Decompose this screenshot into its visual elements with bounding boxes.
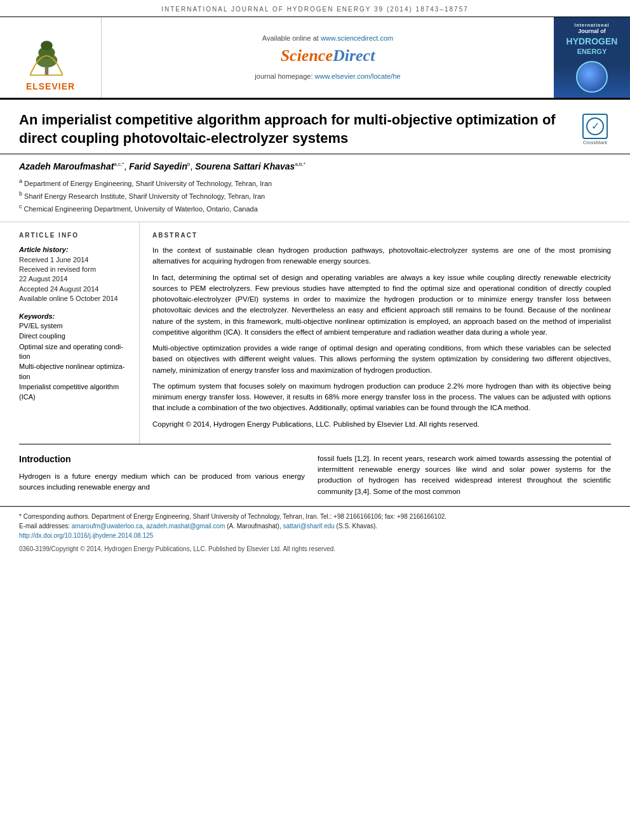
journal-header: INTERNATIONAL JOURNAL OF HYDROGEN ENERGY… [0,0,630,17]
email2-link[interactable]: azadeh.mashat@gmail.com [146,523,225,530]
author3-sup: a,b,* [295,162,305,168]
available-text: Available online 5 October 2014 [19,294,130,303]
author2-name: Farid Sayedin [129,161,187,171]
intro-right-col: fossil fuels [1,2]. In recent years, res… [315,453,611,497]
author1-sup: a,c,* [114,162,124,168]
journal-header-text: INTERNATIONAL JOURNAL OF HYDROGEN ENERGY… [161,6,469,13]
issn-line: 0360-3199/Copyright © 2014, Hydrogen Ene… [19,544,611,554]
intro-heading: Introduction [19,453,305,466]
abstract-para3: Multi-objective optimization provides a … [152,343,611,376]
page: INTERNATIONAL JOURNAL OF HYDROGEN ENERGY… [0,0,630,559]
introduction-section: Introduction Hydrogen is a future energy… [0,444,630,506]
svg-rect-0 [44,66,48,75]
author1-name: Azadeh Maroufmashat [19,161,114,171]
article-info-heading: ARTICLE INFO [19,231,130,240]
affiliation-a: a Department of Energy Engineering, Shar… [19,177,611,189]
article-body-two-col: ARTICLE INFO Article history: Received 1… [0,222,630,444]
email3-note: (S.S. Khavas). [337,523,377,530]
journal-cover: International Journal of HYDROGEN ENERGY [554,17,630,98]
science-text: Science [281,46,333,65]
author3-name: Sourena Sattari Khavas [195,161,295,171]
crossmark-icon[interactable]: ✓ [582,114,608,139]
elsevier-brand-text: ELSEVIER [26,81,75,93]
article-history-block: Article history: Received 1 June 2014 Re… [19,245,130,303]
abstract-col: ABSTRACT In the context of sustainable c… [140,222,630,444]
accepted-text: Accepted 24 August 2014 [19,284,130,294]
abstract-para2: In fact, determining the optimal set of … [152,272,611,338]
email1-link[interactable]: amaroufm@uwaterloo.ca [72,523,143,530]
article-title: An imperialist competitive algorithm app… [19,111,579,147]
direct-text: Direct [333,46,375,65]
abstract-para1: In the context of sustainable clean hydr… [152,245,611,267]
sciencedirect-area: Available online at www.sciencedirect.co… [102,17,554,98]
keyword2: Direct coupling [19,331,130,341]
received2b-text: 22 August 2014 [19,274,130,284]
abstract-heading: ABSTRACT [152,231,611,240]
history-label: Article history: [19,245,130,255]
email2-note: (A. Maroufmashat), [227,523,281,530]
intro-left-col: Introduction Hydrogen is a future energy… [19,453,315,497]
elsevier-tree-icon [25,34,76,78]
affiliation-b: b Sharif Energy Research Institute, Shar… [19,190,611,201]
article-title-area: An imperialist competitive algorithm app… [0,100,630,154]
sciencedirect-link[interactable]: www.sciencedirect.com [321,34,393,42]
crossmark-label: CrossMark [583,139,608,146]
keywords-block: Keywords: PV/EL system Direct coupling O… [19,312,130,403]
doi-link[interactable]: http://dx.doi.org/10.1016/j.ijhydene.201… [19,532,153,539]
available-online-text: Available online at www.sciencedirect.co… [262,34,393,43]
email-label: E-mail addresses: [19,523,70,530]
homepage-link[interactable]: www.elsevier.com/locate/he [315,72,401,80]
journal-homepage-line: journal homepage: www.elsevier.com/locat… [255,72,400,81]
corresponding-note: * Corresponding authors. Department of E… [19,512,611,521]
authors-line: Azadeh Maroufmashata,c,*, Farid Sayedinb… [19,161,611,173]
email-addresses-line: E-mail addresses: amaroufm@uwaterloo.ca,… [19,521,611,531]
article-info-col: ARTICLE INFO Article history: Received 1… [0,222,140,444]
keyword1: PV/EL system [19,321,130,331]
keyword4: Multi-objective nonlinear optimiza- tion [19,362,130,382]
sciencedirect-logo: ScienceDirect [281,44,375,67]
svg-text:✓: ✓ [591,121,600,131]
keywords-label: Keywords: [19,312,130,321]
crossmark-area[interactable]: ✓ CrossMark [579,114,611,146]
cover-title: International Journal of HYDROGEN ENERGY [566,22,618,56]
keyword3: Optimal size and operating condi- tion [19,342,130,362]
affiliation-c: c Chemical Engineering Department, Unive… [19,203,611,214]
intro-left-text: Hydrogen is a future energy medium which… [19,471,305,493]
authors-area: Azadeh Maroufmashata,c,*, Farid Sayedinb… [0,154,630,222]
doi-line: http://dx.doi.org/10.1016/j.ijhydene.201… [19,531,611,540]
svg-point-3 [41,41,53,50]
abstract-copyright: Copyright © 2014, Hydrogen Energy Public… [152,419,611,430]
elsevier-logo-area: ELSEVIER [0,17,102,98]
footer-area: * Corresponding authors. Department of E… [0,506,630,559]
keyword5: Imperialist competitive algorithm (ICA) [19,382,130,402]
abstract-para4: The optimum system that focuses solely o… [152,381,611,414]
abstract-text: In the context of sustainable clean hydr… [152,245,611,430]
author2-sup: b [187,162,190,168]
received1-text: Received 1 June 2014 [19,255,130,265]
email3-link[interactable]: sattari@sharif.edu [283,523,335,530]
top-banner: ELSEVIER Available online at www.science… [0,17,630,100]
cover-image-circle [576,61,608,93]
crossmark-svg: ✓ [586,117,605,136]
intro-right-text: fossil fuels [1,2]. In recent years, res… [318,453,611,497]
received2-text: Received in revised form [19,265,130,274]
